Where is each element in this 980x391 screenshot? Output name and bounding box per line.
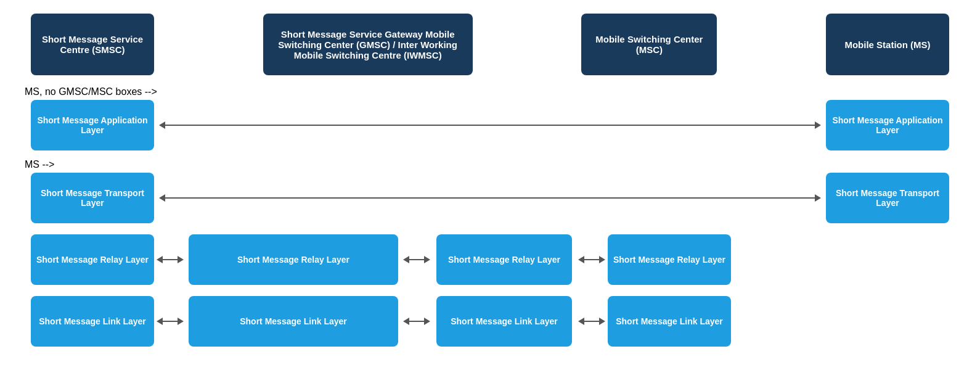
smsc-header: Short Message Service Centre (SMSC) <box>31 14 154 75</box>
arrow-right-head <box>599 256 605 263</box>
ms-header: Mobile Station (MS) <box>826 14 949 75</box>
arrow-line <box>163 259 178 260</box>
arrow-left-head <box>159 194 165 202</box>
arrow-left-head <box>157 318 163 325</box>
ms-application-box: Short Message Application Layer <box>826 100 949 150</box>
arrow-line <box>409 259 424 260</box>
msc-relay-box: Short Message Relay Layer <box>436 234 572 285</box>
link-arrow-3 <box>578 318 605 325</box>
arrow-left-head <box>157 256 163 263</box>
arrow-left-head <box>403 318 409 325</box>
msc-header: Mobile Switching Center (MSC) <box>581 14 717 75</box>
ms-relay-box: Short Message Relay Layer <box>608 234 731 285</box>
arrow-right-head <box>815 121 821 129</box>
arrow-left-head <box>578 318 584 325</box>
link-arrow-2 <box>403 318 430 325</box>
arrow-left-head <box>578 256 584 263</box>
link-arrow-1 <box>157 318 184 325</box>
arrow-right-head <box>178 256 184 263</box>
ms-transport-box: Short Message Transport Layer <box>826 173 949 223</box>
smsc-transport-box: Short Message Transport Layer <box>31 173 154 223</box>
smsc-relay-box: Short Message Relay Layer <box>31 234 154 285</box>
gmsc-link-box: Short Message Link Layer <box>189 296 398 347</box>
transport-arrow <box>159 194 821 202</box>
arrow-left-head <box>159 121 165 129</box>
arrow-right-head <box>178 318 184 325</box>
arrow-right-head <box>424 256 430 263</box>
relay-layer-row: Short Message Relay Layer Short Message … <box>25 232 955 287</box>
gmsc-relay-box: Short Message Relay Layer <box>189 234 398 285</box>
arrow-line <box>409 321 424 322</box>
relay-arrow-3 <box>578 256 605 263</box>
arrow-right-head <box>424 318 430 325</box>
relay-arrow-1 <box>157 256 184 263</box>
application-arrow <box>159 121 821 129</box>
arrow-left-head <box>403 256 409 263</box>
arrow-line <box>165 125 815 126</box>
ms-link-box: Short Message Link Layer <box>608 296 731 347</box>
link-layer-row: Short Message Link Layer Short Message L… <box>25 294 955 349</box>
msc-link-box: Short Message Link Layer <box>436 296 572 347</box>
smsc-application-box: Short Message Application Layer <box>31 100 154 150</box>
relay-arrow-2 <box>403 256 430 263</box>
arrow-line <box>584 259 599 260</box>
arrow-right-head <box>599 318 605 325</box>
arrow-line <box>163 321 178 322</box>
arrow-right-head <box>815 194 821 202</box>
arrow-line <box>165 197 815 199</box>
transport-layer-row: Short Message Transport Layer Short Mess… <box>25 170 955 226</box>
arrow-line <box>584 321 599 322</box>
application-layer-row: Short Message Application Layer Short Me… <box>25 97 955 153</box>
header-row: Short Message Service Centre (SMSC) Shor… <box>25 14 955 75</box>
gmsc-header: Short Message Service Gateway Mobile Swi… <box>263 14 473 75</box>
diagram: Short Message Service Centre (SMSC) Shor… <box>12 7 968 384</box>
smsc-link-box: Short Message Link Layer <box>31 296 154 347</box>
